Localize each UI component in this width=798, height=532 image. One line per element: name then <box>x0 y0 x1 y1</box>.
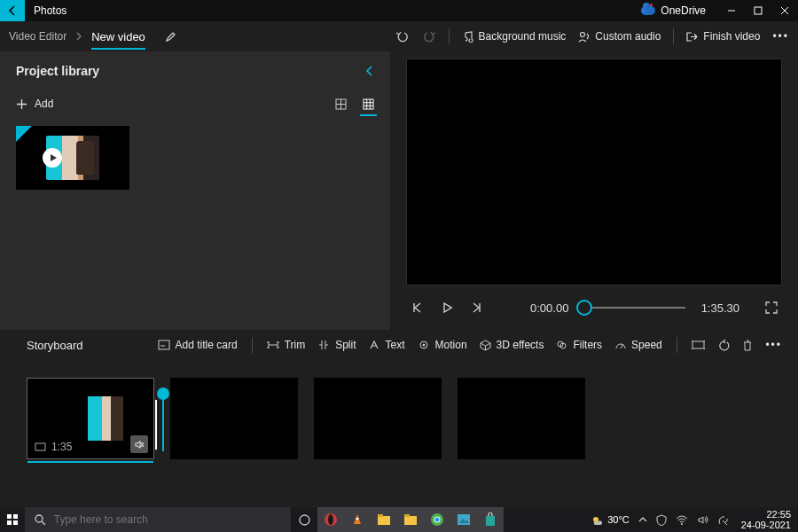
tray-chevron-icon[interactable] <box>638 516 647 523</box>
onedrive-status[interactable]: OneDrive <box>641 4 706 17</box>
svg-point-35 <box>435 518 440 522</box>
play-button[interactable] <box>440 301 454 315</box>
svg-point-39 <box>681 523 683 525</box>
svg-rect-22 <box>13 520 18 525</box>
close-button[interactable] <box>771 0 798 21</box>
collapse-library-button[interactable] <box>365 66 374 76</box>
tray-security-icon[interactable] <box>656 514 667 526</box>
cube-icon <box>480 340 491 351</box>
storyboard-clip-1[interactable]: 1:35 <box>27 378 154 459</box>
duration-icon <box>35 442 46 451</box>
rename-button[interactable] <box>165 30 177 43</box>
svg-rect-28 <box>356 518 359 520</box>
filters-button[interactable]: Filters <box>556 339 602 351</box>
maximize-button[interactable] <box>745 0 771 21</box>
storyboard-empty-slot[interactable] <box>170 378 298 459</box>
music-icon <box>462 31 473 43</box>
custom-audio-button[interactable]: Custom audio <box>578 30 661 43</box>
next-frame-button[interactable] <box>470 301 484 315</box>
storyboard-empty-slot[interactable] <box>458 378 585 459</box>
mute-clip-button[interactable] <box>130 435 148 453</box>
search-icon <box>34 513 45 526</box>
background-music-button[interactable]: Background music <box>462 30 567 43</box>
taskbar-app-explorer-2[interactable] <box>397 507 424 532</box>
search-input[interactable] <box>52 512 282 527</box>
export-icon <box>686 31 698 43</box>
back-button[interactable] <box>0 0 25 21</box>
fullscreen-button[interactable] <box>764 301 778 315</box>
grid-large-button[interactable] <box>335 98 347 110</box>
tray-volume-icon[interactable] <box>697 514 708 525</box>
grid-small-button[interactable] <box>363 98 374 110</box>
title-card-icon <box>158 340 170 350</box>
taskbar-app-store[interactable] <box>477 507 504 532</box>
breadcrumb-current[interactable]: New video <box>91 30 145 43</box>
prev-frame-button[interactable] <box>410 301 424 315</box>
redo-button[interactable] <box>422 30 436 43</box>
timeline-scrubber[interactable] <box>584 290 685 325</box>
svg-point-23 <box>35 515 43 522</box>
taskbar-app-vlc[interactable] <box>344 507 371 532</box>
svg-point-14 <box>422 344 425 347</box>
svg-rect-37 <box>486 516 495 526</box>
speed-icon <box>614 340 626 350</box>
onedrive-label: OneDrive <box>661 4 706 17</box>
current-time: 0:00.00 <box>530 301 568 315</box>
filters-icon <box>556 340 567 350</box>
taskbar-app-opera[interactable] <box>317 507 344 532</box>
taskbar-clock[interactable]: 22:55 24-09-2021 <box>734 509 798 530</box>
speed-button[interactable]: Speed <box>614 339 662 351</box>
undo-button[interactable] <box>395 30 410 43</box>
storyboard-more-button[interactable]: ••• <box>765 339 782 351</box>
add-title-card-button[interactable]: Add title card <box>158 339 238 351</box>
split-button[interactable]: Split <box>317 339 356 351</box>
aspect-ratio-button[interactable] <box>692 340 705 350</box>
clip-thumbnail <box>88 396 123 441</box>
3d-effects-button[interactable]: 3D effects <box>480 339 544 351</box>
breadcrumb-root[interactable]: Video Editor <box>9 30 66 43</box>
preview-canvas[interactable] <box>406 59 782 286</box>
library-clip-thumbnail[interactable] <box>16 126 129 190</box>
trim-button[interactable]: Trim <box>267 339 306 351</box>
svg-rect-18 <box>35 443 45 450</box>
svg-rect-19 <box>7 514 12 519</box>
svg-rect-31 <box>404 516 417 525</box>
delete-clip-button[interactable] <box>742 340 753 351</box>
tray-wifi-icon[interactable] <box>676 515 688 525</box>
rotate-button[interactable] <box>717 340 730 351</box>
motion-icon <box>418 340 430 350</box>
svg-rect-1 <box>755 7 762 14</box>
project-library-title: Project library <box>16 64 99 78</box>
play-overlay-icon <box>43 148 62 168</box>
scrubber-thumb-icon[interactable] <box>576 300 592 316</box>
start-button[interactable] <box>0 507 25 532</box>
onedrive-icon <box>641 6 655 15</box>
storyboard-empty-slot[interactable] <box>314 378 442 459</box>
minimize-button[interactable] <box>718 0 745 21</box>
svg-rect-6 <box>364 99 373 109</box>
svg-rect-20 <box>13 514 18 519</box>
svg-point-27 <box>328 514 333 525</box>
task-view-button[interactable] <box>291 507 317 532</box>
storyboard-title: Storyboard <box>27 339 83 352</box>
svg-rect-29 <box>378 516 390 525</box>
svg-rect-30 <box>378 514 383 517</box>
taskbar-app-explorer[interactable] <box>371 507 397 532</box>
clip-duration-label: 1:35 <box>51 441 72 453</box>
text-button[interactable]: Text <box>369 339 405 351</box>
more-button[interactable]: ••• <box>772 30 789 43</box>
svg-rect-21 <box>7 520 12 525</box>
add-media-button[interactable]: Add <box>16 98 53 110</box>
svg-rect-32 <box>404 514 410 517</box>
svg-point-25 <box>300 515 309 525</box>
taskbar-app-photos[interactable] <box>450 507 477 532</box>
weather-icon[interactable]: 30°C <box>591 513 630 527</box>
finish-video-button[interactable]: Finish video <box>686 30 760 43</box>
taskbar-app-chrome[interactable] <box>424 507 450 532</box>
motion-button[interactable]: Motion <box>418 339 467 351</box>
svg-rect-17 <box>692 341 704 348</box>
chevron-right-icon <box>75 32 82 41</box>
taskbar-search[interactable] <box>25 507 291 532</box>
svg-point-2 <box>581 32 585 36</box>
tray-language-icon[interactable] <box>717 514 729 526</box>
